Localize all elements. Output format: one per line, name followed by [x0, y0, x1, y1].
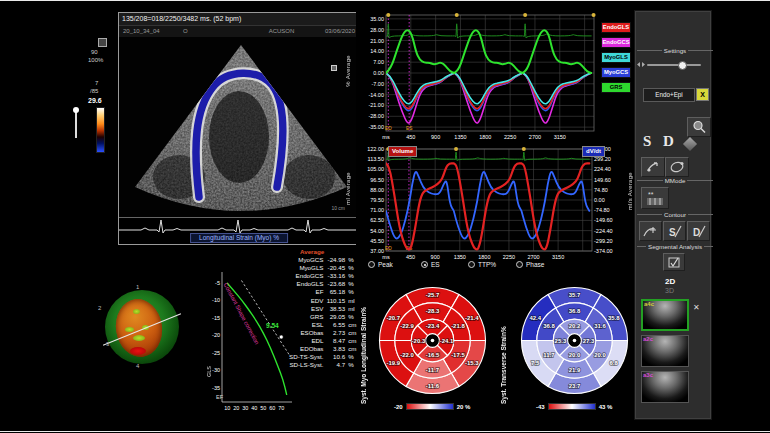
settings-slider-thumb[interactable]	[678, 61, 687, 70]
mode-3d-toggle[interactable]: 3D	[665, 287, 674, 294]
y-tick-label: 0.00	[373, 70, 384, 76]
contour-diastole-button[interactable]: D	[687, 221, 710, 241]
y-tick-label: 45.50	[370, 238, 384, 244]
segment-value: -23.4	[426, 323, 440, 329]
segment-value: 23.7	[569, 383, 581, 389]
y-tick-label: 71.00	[370, 207, 384, 213]
x-tick-label: 20	[233, 405, 239, 411]
x-tick-label: 2700	[529, 134, 541, 140]
ultrasound-panel: 135/208=018/2250/3482 ms. (52 bpm) 20_10…	[118, 12, 360, 245]
strain-analysis-window: 90 100% 7 /85 29.6 135/208=018/2250/3482…	[0, 0, 770, 433]
view-thumbnail-a2c[interactable]: a2c	[641, 335, 689, 367]
y2-tick-label: -74.80	[594, 207, 610, 213]
y-tick-label: -20	[212, 332, 220, 338]
left-slider[interactable]	[75, 108, 77, 138]
segmental-analysis-button[interactable]	[663, 253, 685, 271]
x-tick-label: ms	[382, 254, 390, 260]
legend-EndoGLS[interactable]: EndoGLS	[601, 22, 631, 33]
sphere-marker-3: 3	[106, 341, 109, 347]
y2-tick-label: 299.20	[594, 156, 611, 162]
zoom-tool-button[interactable]	[687, 117, 711, 137]
y-tick-label: 35.00	[370, 16, 384, 22]
radio-dot[interactable]	[368, 261, 375, 268]
view-thumbnail-a3c[interactable]: a3c	[641, 371, 689, 403]
radio-label: Phase	[526, 261, 544, 268]
diamond-icon[interactable]	[683, 137, 697, 151]
avg-row-ESObas: ESObas2.73cm	[284, 329, 360, 337]
segment-value: -11.6	[426, 383, 440, 389]
y-tick-label: 7.00	[373, 59, 384, 65]
y-tick-label: -7.00	[371, 81, 384, 87]
segmental-analysis-group-title: Segmental Analysis	[635, 243, 715, 250]
mmode-button[interactable]: **	[641, 187, 669, 209]
mode-2d-toggle[interactable]: 2D	[665, 277, 675, 286]
radio-dot[interactable]	[468, 261, 475, 268]
systole-marker-button[interactable]: S	[643, 133, 651, 150]
view-thumbnail-a4c[interactable]: a4c	[641, 299, 689, 331]
x-tick-label: 3150	[552, 254, 564, 260]
strain-sphere-view[interactable]: 1 2 3 4	[100, 287, 184, 371]
series-ECG	[386, 24, 591, 38]
radio-dot[interactable]	[516, 261, 523, 268]
x-tick-label: ms	[382, 134, 390, 140]
y-tick-label: 79.50	[370, 197, 384, 203]
radio-label: Peak	[378, 261, 393, 268]
thumbnail-label: a2c	[643, 336, 653, 342]
add-contour-button[interactable]	[639, 221, 662, 241]
sphere-spot	[125, 327, 134, 332]
endo-epi-checkbox[interactable]: X	[696, 88, 709, 101]
y-tick-label: 14.00	[370, 48, 384, 54]
avg-table-header: Average	[284, 248, 360, 256]
slider-thumb[interactable]	[73, 107, 79, 113]
diastole-marker-button[interactable]: D	[663, 133, 674, 150]
avg-row-ESL: ESL6.55cm	[284, 321, 360, 329]
segment-value: -21.8	[451, 323, 465, 329]
dvdt-y-axis-label: ml/s Average	[627, 172, 633, 210]
scale-min: -43	[536, 404, 545, 410]
legend-EndoGCS[interactable]: EndoGCS	[601, 37, 631, 48]
avg-row-EF: EF65.18%	[284, 288, 360, 296]
legend-GRS[interactable]: GRS	[601, 82, 631, 93]
settings-slider[interactable]	[647, 64, 701, 66]
avg-row-EDV: EDV110.15ml	[284, 297, 360, 305]
strain-y-axis-label: % Average	[345, 55, 351, 87]
segment-value: -25.7	[426, 292, 440, 298]
avg-row-EDL: EDL8.47cm	[284, 337, 360, 345]
lasso-tool-button[interactable]	[665, 157, 689, 177]
radio-ES[interactable]: ES	[421, 261, 440, 268]
segment-value: 35.7	[569, 292, 581, 298]
radio-TTP%[interactable]: TTP%	[468, 261, 496, 268]
legend-MyoGLS[interactable]: MyoGLS	[601, 52, 631, 63]
probe-icon	[98, 38, 107, 47]
segment-value: 36.8	[569, 308, 581, 314]
range-value: /85	[90, 88, 98, 94]
x-tick-label: 70	[278, 405, 284, 411]
sphere-marker-2: 2	[98, 305, 101, 311]
x-tick-label: 1800	[479, 134, 491, 140]
contour-systole-button[interactable]: S	[663, 221, 686, 241]
longitudinal-bullseye-title: Syst. Myo Longitudinal Strain%	[360, 282, 367, 404]
depth-value: 7	[95, 80, 98, 86]
avg-row-MyoGCS: MyoGCS-24.98%	[284, 256, 360, 264]
avg-row-SD-TS-Syst.: SD-TS-Syst.10.6%	[284, 353, 360, 361]
focus-marker	[331, 65, 337, 71]
ultrasound-image[interactable]: 10 cm	[119, 37, 359, 217]
point-tool-button[interactable]	[641, 157, 665, 177]
legend-MyoGCS[interactable]: MyoGCS	[601, 67, 631, 78]
y-tick-label: -10	[212, 297, 220, 303]
segment-value: -11.7	[426, 367, 440, 373]
segment-value: 21.9	[569, 367, 581, 373]
y-tick-label: 21.00	[370, 38, 384, 44]
avg-row-EndoGCS: EndoGCS-33.16%	[284, 272, 360, 280]
x-tick-label: 40	[251, 405, 257, 411]
cut-icon[interactable]: ✕	[693, 303, 700, 312]
svg-text:ED: ED	[385, 246, 392, 251]
radio-Phase[interactable]: Phase	[516, 261, 544, 268]
endo-epi-field[interactable]: Endo+Epi	[643, 88, 695, 102]
radio-Peak[interactable]: Peak	[368, 261, 393, 268]
y2-tick-label: -149.60	[594, 217, 613, 223]
radio-dot[interactable]	[421, 261, 428, 268]
y-tick-label: 54.00	[370, 228, 384, 234]
x-tick-label: 1350	[454, 254, 466, 260]
x-tick-label: 30	[242, 405, 248, 411]
